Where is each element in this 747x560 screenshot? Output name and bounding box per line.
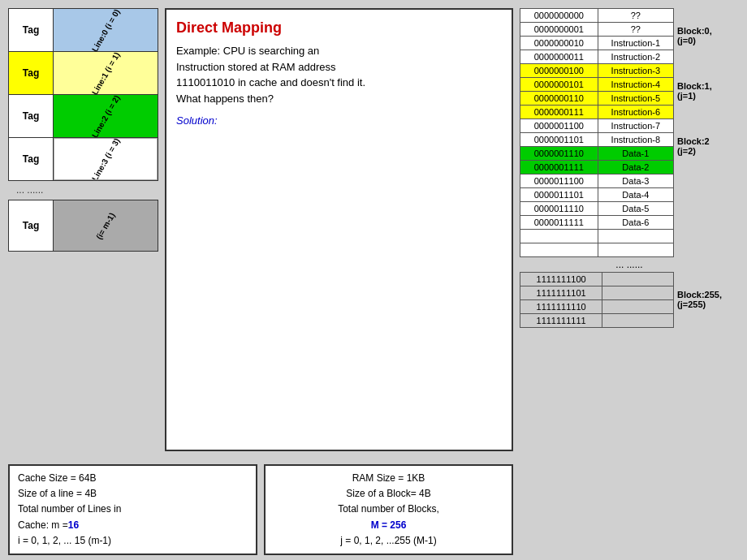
- data-cell: Instruction-2: [598, 50, 673, 64]
- addr-cell: 0000000100: [520, 64, 598, 78]
- addr-cell: 0000000111: [520, 106, 598, 119]
- table-row: 0000011110 Data-5: [520, 202, 674, 216]
- solution-label: Solution:: [176, 114, 502, 127]
- data-cell: Data-3: [598, 174, 673, 188]
- addr-cell: 0000000110: [520, 92, 598, 106]
- table-row: 0000000110 Instruction-5: [520, 92, 674, 106]
- table-row: 1111111101: [520, 286, 674, 300]
- data-cell: Instruction-6: [598, 106, 673, 119]
- block-label-1: Block:1,(j=1): [674, 63, 739, 118]
- addr-cell: 0000001111: [520, 161, 598, 174]
- addr-cell: 0000000010: [520, 37, 598, 50]
- addr-cell: [520, 230, 598, 243]
- addr-cell: 1111111111: [520, 314, 602, 328]
- data-cell: ??: [598, 9, 673, 23]
- addr-cell: 0000011101: [520, 188, 598, 202]
- body-line3: 1110011010 in cache and doesn't find it.: [176, 76, 365, 88]
- addr-cell: [520, 243, 598, 257]
- cache-diagram: Tag Line:0 (i = 0) Tag Line:1 (i = 1) Ta…: [8, 8, 158, 451]
- data-cell: [598, 230, 673, 243]
- table-row: 0000000111 Instruction-6: [520, 106, 674, 119]
- addr-cell: 0000000001: [520, 23, 598, 37]
- addr-cell: 1111111101: [520, 286, 602, 300]
- data-cell: Instruction-3: [598, 64, 673, 78]
- data-cell: Data-2: [598, 161, 673, 174]
- cache-info-line5: i = 0, 1, 2, ... 15 (m-1): [18, 533, 248, 549]
- cache-row-1: Tag Line:1 (i = 1): [8, 51, 158, 95]
- cache-row-0: Tag Line:0 (i = 0): [8, 8, 158, 52]
- addr-cell: 0000001100: [520, 119, 598, 133]
- explanation-box: Direct Mapping Example: CPU is searching…: [165, 8, 513, 451]
- body-line4: What happens then?: [176, 93, 274, 105]
- cache-info-line1: Cache Size = 64B: [18, 471, 248, 486]
- cache-line-label-0: Line:0 (i = 0): [90, 9, 122, 51]
- block-label-2: Block:2(j=2): [674, 118, 739, 174]
- data-cell: Data-6: [598, 216, 673, 230]
- body-line2: Instruction stored at RAM address: [176, 61, 336, 73]
- cache-row-last: Tag (i= m-1): [8, 200, 158, 252]
- cache-tag-2: Tag: [9, 95, 54, 137]
- addr-cell: 0000011100: [520, 174, 598, 188]
- block-label-text-2: Block:2(j=2): [677, 136, 710, 156]
- addr-cell: 1111111110: [520, 300, 602, 314]
- data-cell: ??: [598, 23, 673, 37]
- table-row: 1111111110: [520, 300, 674, 314]
- addr-cell: 0000000101: [520, 78, 598, 92]
- data-cell: [602, 314, 674, 328]
- cache-row-3: Tag Line:3 (i = 3): [8, 137, 158, 181]
- table-row: 0000000011 Instruction-2: [520, 50, 674, 64]
- ram-wrapper-last: 1111111100 1111111101 1111111110 1111111…: [520, 272, 739, 328]
- table-row: 0000000101 Instruction-4: [520, 78, 674, 92]
- ram-wrapper: 0000000000 ?? 0000000001 ?? 0000000010 I…: [520, 8, 739, 257]
- addr-cell: 0000001110: [520, 147, 598, 161]
- addr-cell: 0000011110: [520, 202, 598, 216]
- table-row: 0000001100 Instruction-7: [520, 119, 674, 133]
- cache-info-line3: Total number of Lines in: [18, 502, 248, 517]
- data-cell: Data-5: [598, 202, 673, 216]
- block-label-text-0: Block:0,(j=0): [677, 26, 712, 45]
- table-row: 1111111111: [520, 314, 674, 328]
- ram-info-line5: j = 0, 1, 2, ...255 (M-1): [274, 533, 503, 549]
- table-row: 0000001111 Data-2: [520, 161, 674, 174]
- table-row: 0000001110 Data-1: [520, 147, 674, 161]
- ram-info-box: RAM Size = 1KB Size of a Block= 4B Total…: [264, 464, 513, 555]
- bottom-bar: Cache Size = 64B Size of a line = 4B Tot…: [0, 459, 747, 560]
- cache-line-label-last: (i= m-1): [94, 211, 116, 241]
- cache-tag-1: Tag: [9, 52, 54, 94]
- cache-line-body-0: Line:0 (i = 0): [54, 9, 158, 51]
- table-row: 0000011101 Data-4: [520, 188, 674, 202]
- block-label-text-1: Block:1,(j=1): [677, 81, 712, 101]
- cache-line-label-1: Line:1 (i = 1): [90, 52, 122, 94]
- addr-cell: 1111111100: [520, 273, 602, 286]
- addr-cell: 0000001101: [520, 133, 598, 147]
- data-cell: [602, 273, 674, 286]
- cache-line-body-last: (i= m-1): [54, 200, 158, 251]
- ram-table-container: 0000000000 ?? 0000000001 ?? 0000000010 I…: [520, 8, 739, 451]
- table-row: 0000000001 ??: [520, 23, 674, 37]
- block-label-last: Block:255,(j=255): [674, 272, 739, 327]
- addr-cell: 0000000000: [520, 9, 598, 23]
- table-row: 0000000010 Instruction-1: [520, 37, 674, 50]
- table-row: 0000000000 ??: [520, 9, 674, 23]
- table-row-empty: [520, 230, 674, 243]
- cache-tag-3: Tag: [9, 138, 54, 180]
- block-label-0: Block:0,(j=0): [674, 8, 739, 63]
- block-labels-last: Block:255,(j=255): [674, 272, 739, 328]
- data-cell: Instruction-4: [598, 78, 673, 92]
- table-row: 0000001101 Instruction-8: [520, 133, 674, 147]
- data-cell: [598, 243, 673, 257]
- ram-info-line3: Total number of Blocks,: [274, 502, 503, 517]
- cache-tag-0: Tag: [9, 9, 54, 51]
- cache-line-label-2: Line:2 (i = 2): [90, 95, 122, 137]
- table-row: 0000000100 Instruction-3: [520, 64, 674, 78]
- block-labels: Block:0,(j=0) Block:1,(j=1) Block:2(j=2): [674, 8, 739, 257]
- ram-info-line1: RAM Size = 1KB: [274, 471, 503, 486]
- data-cell: Instruction-1: [598, 37, 673, 50]
- block-label-text-last: Block:255,(j=255): [677, 290, 722, 309]
- cache-line-body-2: Line:2 (i = 2): [54, 95, 158, 137]
- cache-line-label-3: Line:3 (i = 3): [90, 138, 122, 180]
- data-cell: Instruction-5: [598, 92, 673, 106]
- ram-dots: ... ......: [520, 257, 739, 272]
- data-cell: [602, 286, 674, 300]
- data-cell: Data-1: [598, 147, 673, 161]
